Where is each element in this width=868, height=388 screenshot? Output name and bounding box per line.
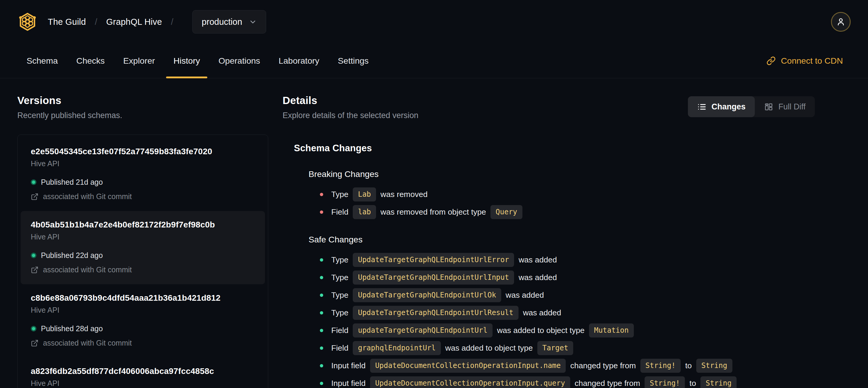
change-code-badge: lab xyxy=(353,205,376,219)
published-status-dot xyxy=(31,252,36,258)
change-group-title: Safe Changes xyxy=(309,235,815,244)
user-avatar-button[interactable] xyxy=(831,12,851,32)
version-card[interactable]: e2e55045345ce13fe07f52a77459b83fa3fe7020… xyxy=(21,138,265,211)
change-text: was removed xyxy=(380,190,428,199)
change-text: was added xyxy=(519,255,557,265)
nav-tabs: SchemaChecksExplorerHistoryOperationsLab… xyxy=(17,43,378,78)
change-code-badge: Mutation xyxy=(589,323,634,337)
change-group-breaking-changes: Breaking ChangesTypeLabwas removedFieldl… xyxy=(294,169,815,219)
hive-honeycomb-icon[interactable] xyxy=(17,12,38,32)
version-git-row[interactable]: associated with Git commit xyxy=(31,192,255,201)
published-status-dot xyxy=(31,326,36,331)
change-row: TypeUpdateTargetGraphQLEndpointUrlErrorw… xyxy=(309,253,815,267)
change-description: FieldgraphqlEndpointUrlwas added to obje… xyxy=(331,341,573,355)
versions-title: Versions xyxy=(17,94,268,107)
full-diff-view-button[interactable]: Full Diff xyxy=(755,96,815,117)
breadcrumb-separator: / xyxy=(171,17,173,27)
published-status-text: Published 28d ago xyxy=(41,324,103,333)
bullet-dot xyxy=(320,347,323,350)
version-git-row[interactable]: associated with Git commit xyxy=(31,339,255,347)
change-code-badge: Target xyxy=(537,341,574,355)
version-git-row[interactable]: associated with Git commit xyxy=(31,265,255,274)
version-hash: 4b05ab51b1b4a7e2e4b0ef82172f2b9f7ef98c0b xyxy=(31,220,255,230)
change-code-badge: Lab xyxy=(353,187,376,202)
app-root: The Guild / GraphQL Hive / production Sc… xyxy=(0,0,868,388)
change-text: Type xyxy=(331,308,348,318)
git-commit-note: associated with Git commit xyxy=(43,265,132,274)
version-status-row: Published 22d ago xyxy=(31,251,255,260)
split-view-icon xyxy=(764,102,773,112)
change-text: was added to object type xyxy=(445,344,533,353)
bullet-dot xyxy=(320,382,323,385)
change-code-badge: String xyxy=(701,376,737,388)
change-row: Input fieldUpdateDocumentCollectionOpera… xyxy=(309,359,815,373)
version-card[interactable]: c8b6e88a06793b9c4dfd54aaa21b36a1b421d812… xyxy=(21,284,265,358)
bullet-dot xyxy=(320,258,323,262)
change-text: Input field xyxy=(331,361,366,370)
tab-explorer[interactable]: Explorer xyxy=(114,43,164,78)
published-status-text: Published 22d ago xyxy=(41,251,103,260)
details-header: Details Explore details of the selected … xyxy=(283,94,815,120)
change-code-badge: graphqlEndpointUrl xyxy=(353,341,441,355)
published-status-text: Published 21d ago xyxy=(41,178,103,186)
bullet-dot xyxy=(320,193,323,196)
details-subtitle: Explore details of the selected version xyxy=(283,111,418,120)
change-text: was added to object type xyxy=(497,326,585,335)
change-row: Fieldlabwas removed from object typeQuer… xyxy=(309,205,815,219)
change-text: was added xyxy=(523,308,561,318)
change-row: TypeLabwas removed xyxy=(309,187,815,202)
tab-operations[interactable]: Operations xyxy=(209,43,269,78)
main-content: Versions Recently published schemas. e2e… xyxy=(0,78,868,388)
versions-panel: Versions Recently published schemas. e2e… xyxy=(17,94,268,388)
tab-history[interactable]: History xyxy=(164,43,209,78)
tab-schema[interactable]: Schema xyxy=(17,43,67,78)
app-header: The Guild / GraphQL Hive / production xyxy=(0,0,868,43)
version-hash: e2e55045345ce13fe07f52a77459b83fa3fe7020 xyxy=(31,147,255,156)
change-text: Field xyxy=(331,326,348,335)
change-text: was removed from object type xyxy=(380,207,486,217)
external-link-icon xyxy=(31,193,38,201)
details-panel: Details Explore details of the selected … xyxy=(283,94,815,388)
version-list: e2e55045345ce13fe07f52a77459b83fa3fe7020… xyxy=(17,135,268,388)
schema-changes-section: Schema Changes Breaking ChangesTypeLabwa… xyxy=(283,143,815,388)
connect-to-cdn-link[interactable]: Connect to CDN xyxy=(767,56,843,66)
change-code-badge: UpdateDocumentCollectionOperationInput.q… xyxy=(370,376,570,388)
external-link-icon xyxy=(31,339,38,347)
bullet-dot xyxy=(320,210,323,214)
change-code-badge: updateTargetGraphQLEndpointUrl xyxy=(353,323,492,337)
version-service-name: Hive API xyxy=(31,379,255,388)
change-text: to xyxy=(685,361,692,370)
change-sections: Breaking ChangesTypeLabwas removedFieldl… xyxy=(294,169,815,388)
change-text: to xyxy=(689,379,696,388)
view-toggle-group: Changes Full Diff xyxy=(688,96,815,117)
version-status-row: Published 21d ago xyxy=(31,178,255,186)
breadcrumb-project[interactable]: GraphQL Hive xyxy=(106,17,162,27)
breadcrumb-org[interactable]: The Guild xyxy=(48,17,86,27)
change-code-badge: UpdateTargetGraphQLEndpointUrlInput xyxy=(353,271,514,285)
breadcrumb: The Guild / GraphQL Hive / production xyxy=(48,10,266,33)
change-code-badge: String! xyxy=(641,359,681,373)
change-description: FieldupdateTargetGraphQLEndpointUrlwas a… xyxy=(331,323,634,337)
change-code-badge: UpdateTargetGraphQLEndpointUrlResult xyxy=(353,306,518,320)
change-text: was added xyxy=(519,273,557,282)
git-commit-note: associated with Git commit xyxy=(43,339,132,347)
connect-to-cdn-label: Connect to CDN xyxy=(781,56,843,66)
change-description: Input fieldUpdateDocumentCollectionOpera… xyxy=(331,359,733,373)
change-code-badge: String! xyxy=(645,376,685,388)
changes-view-button[interactable]: Changes xyxy=(688,96,755,117)
tab-settings[interactable]: Settings xyxy=(329,43,378,78)
target-selector-value: production xyxy=(202,17,242,27)
change-text: Input field xyxy=(331,379,366,388)
version-card[interactable]: 4b05ab51b1b4a7e2e4b0ef82172f2b9f7ef98c0b… xyxy=(21,211,265,284)
change-description: TypeUpdateTargetGraphQLEndpointUrlResult… xyxy=(331,306,561,320)
main-nav: SchemaChecksExplorerHistoryOperationsLab… xyxy=(0,43,868,78)
list-icon xyxy=(697,102,706,112)
version-card[interactable]: a823f6db2a55df877dcf406006abca97fcc4858c… xyxy=(21,358,265,388)
change-rows: TypeLabwas removedFieldlabwas removed fr… xyxy=(309,187,815,219)
target-selector-dropdown[interactable]: production xyxy=(192,10,266,33)
change-text: Type xyxy=(331,255,348,265)
bullet-dot xyxy=(320,364,323,367)
tab-checks[interactable]: Checks xyxy=(67,43,114,78)
version-service-name: Hive API xyxy=(31,306,255,315)
tab-laboratory[interactable]: Laboratory xyxy=(270,43,329,78)
